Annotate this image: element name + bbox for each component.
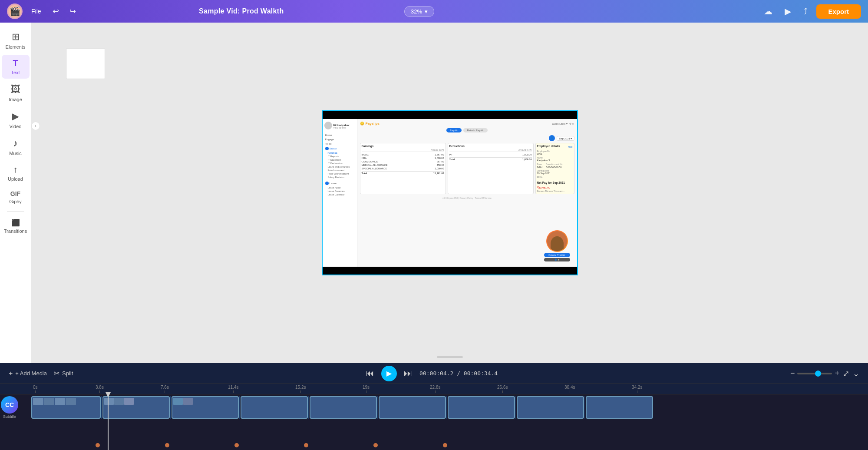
split-label: Split (62, 370, 73, 377)
payslip-footer-text: v6.3.0-prod-050 | Privacy Policy | Terms… (360, 197, 574, 199)
trainer-action-btn: 👤 ▾ (544, 258, 570, 261)
add-media-button[interactable]: + + Add Media (9, 370, 47, 377)
sidebar-item-elements[interactable]: ⊞ Elements (2, 28, 30, 53)
payslip-nav-todo: To-do (324, 142, 355, 146)
payslip-title: Payslips (366, 122, 380, 126)
timeline-clip[interactable] (310, 396, 377, 419)
timeline-clip[interactable] (517, 396, 584, 419)
giphy-label: Giphy (9, 199, 22, 204)
payslip-tab-reimb: Reimb. Payslip (463, 128, 488, 132)
timeline: 0s 3.8s 7.6s 11.4s 15.2s 19s 22.8s 26.6s (0, 384, 868, 450)
total-time: 00:00:34.4 (464, 370, 498, 377)
image-label: Image (9, 97, 22, 102)
canvas-resize-handle[interactable] (437, 356, 463, 358)
timeline-clip[interactable] (31, 396, 101, 419)
ruler-tick-1: 3.8s (96, 385, 104, 393)
payslip-app: ● ● ● Hi Kaviyakav View My Info (323, 111, 577, 275)
ruler-tick-4: 15.2s (295, 385, 306, 393)
payslip-nav-home: Home (324, 133, 355, 137)
payslip-nav-salary: Salary (324, 146, 355, 151)
bottom-panel: + + Add Media ✂ Split ⏮ ▶ ⏭ 00:00:04.2 /… (0, 363, 868, 450)
payslip-tabs: Payslip Reimb. Payslip (360, 128, 574, 132)
timeline-ruler: 0s 3.8s 7.6s 11.4s 15.2s 19s 22.8s 26.6s (0, 384, 868, 394)
giphy-icon: GIF (10, 190, 20, 197)
ruler-tick-2: 7.6s (161, 385, 169, 393)
chevron-down-icon: ▾ (425, 8, 428, 15)
main-area: ⊞ Elements T Text 🖼 Image ▶ Video ♪ Musi… (0, 23, 868, 363)
ruler-tick-7: 26.6s (497, 385, 508, 393)
upload-icon: ↑ (13, 165, 18, 175)
video-label: Video (10, 124, 22, 129)
video-icon: ▶ (12, 111, 19, 122)
timeline-clip[interactable] (102, 396, 170, 419)
payslip-subnav-leave: Leave Apply Leave Balances Leave Calenda… (324, 186, 355, 196)
timeline-clip[interactable] (379, 396, 446, 419)
app-logo: 🎬 (7, 3, 23, 19)
left-sidebar: ⊞ Elements T Text 🖼 Image ▶ Video ♪ Musi… (0, 23, 31, 363)
sidebar-item-transitions[interactable]: ⬛ Transitions (2, 215, 30, 237)
ruler-tick-0: 0s (33, 385, 38, 393)
sidebar-item-giphy[interactable]: GIF Giphy (2, 187, 30, 208)
playhead[interactable] (108, 394, 109, 450)
subtitle-clip-strip[interactable] (31, 396, 868, 419)
timeline-clip[interactable] (241, 396, 308, 419)
video-preview[interactable]: ● ● ● Hi Kaviyakav View My Info (322, 110, 578, 275)
payslip-tab-payslip: Payslip (446, 128, 462, 132)
plus-icon: + (9, 370, 13, 377)
ruler-tick-8: 30.4s (564, 385, 575, 393)
skip-forward-button[interactable]: ⏭ (404, 368, 413, 378)
zoom-value: 32% (411, 8, 422, 15)
payslip-sidebar: Hi Kaviyakav View My Info Home Engage To… (323, 119, 357, 275)
zoom-in-button[interactable]: + (835, 369, 839, 378)
transitions-label: Transitions (4, 228, 27, 234)
undo-button[interactable]: ↩ (50, 5, 62, 18)
canvas-placeholder (66, 49, 105, 79)
elements-icon: ⊞ (12, 31, 20, 43)
zoom-fit-button[interactable]: ⤢ (843, 369, 849, 378)
payslip-nav-engage: Engage (324, 137, 355, 142)
export-button[interactable]: Export (816, 4, 861, 19)
playback-controls: ⏮ ▶ ⏭ 00:00:04.2 / 00:00:34.4 (80, 366, 783, 381)
timeline-clip[interactable] (448, 396, 515, 419)
skip-back-button[interactable]: ⏮ (366, 368, 374, 378)
time-separator: / (457, 370, 464, 377)
music-label: Music (9, 151, 22, 156)
ruler-tick-5: 19s (363, 385, 370, 393)
timeline-clip[interactable] (172, 396, 239, 419)
share-button[interactable]: ⤴ (800, 5, 811, 18)
more-options-button[interactable]: ⌄ (853, 369, 859, 378)
play-pause-button[interactable]: ▶ (381, 366, 397, 381)
sidebar-item-image[interactable]: 🖼 Image (2, 80, 30, 106)
trainer-avatar-popup: Kavya, Trainer 👤 ▾ (544, 230, 570, 261)
project-title: Sample Vid: Prod Walkth (84, 7, 399, 15)
add-media-label: + Add Media (15, 370, 47, 377)
zoom-slider-thumb (815, 371, 821, 377)
play-preview-button[interactable]: ▶ (781, 4, 795, 18)
subtitle-track-label: Subtitle (1, 414, 18, 419)
sidebar-item-music[interactable]: ♪ Music (2, 134, 30, 159)
file-menu-button[interactable]: File (28, 6, 45, 17)
text-label: Text (11, 70, 20, 75)
zoom-out-button[interactable]: − (790, 369, 795, 378)
transitions-icon: ⬛ (11, 218, 20, 227)
redo-button[interactable]: ↪ (67, 5, 79, 18)
sidebar-item-upload[interactable]: ↑ Upload (2, 161, 30, 185)
timeline-clip[interactable] (586, 396, 653, 419)
upload-label: Upload (8, 176, 23, 182)
zoom-control[interactable]: 32% ▾ (404, 6, 434, 17)
payslip-earnings: Earnings Amount In (₹) BASIC1,667.00 HRA… (360, 143, 446, 194)
cloud-save-button[interactable]: ☁ (760, 4, 776, 18)
split-button[interactable]: ✂ Split (54, 369, 73, 377)
current-time: 00:00:04.2 (419, 370, 453, 377)
sidebar-item-video[interactable]: ▶ Video (2, 107, 30, 132)
payslip-quicklinks: Quick Links ▾ (552, 122, 568, 125)
header: 🎬 File ↩ ↪ Sample Vid: Prod Walkth 32% ▾… (0, 0, 868, 23)
ruler-tick-3: 11.4s (228, 385, 238, 393)
toolbar-right: − + ⤢ ⌄ (790, 369, 859, 378)
music-icon: ♪ (13, 138, 18, 149)
payslip-deductions: Deductions Amount In (₹) PF1,800.00 Tota… (448, 143, 534, 194)
sidebar-collapse-button[interactable]: › (31, 122, 40, 130)
payslip-content: Earnings Amount In (₹) BASIC1,667.00 HRA… (360, 143, 574, 194)
sidebar-item-text[interactable]: T Text (2, 55, 30, 79)
zoom-slider[interactable] (797, 373, 832, 374)
